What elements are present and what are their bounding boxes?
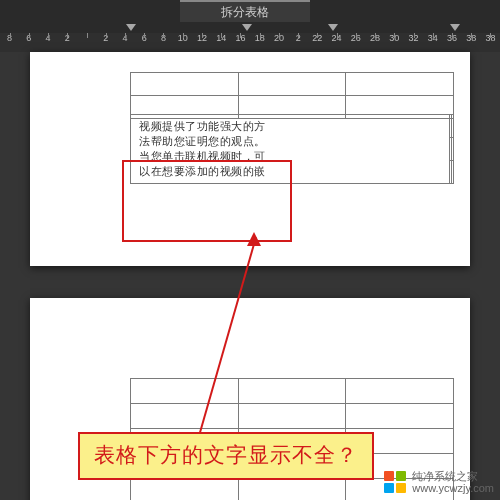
horizontal-ruler[interactable]: 8642246810121416182022224262830323436383…	[0, 33, 500, 52]
ruler-tick: 36	[442, 33, 461, 52]
column-marker[interactable]	[242, 24, 252, 31]
document-canvas[interactable]: 视频提供了功能强大的方法帮助您证明您的观点。当您单击联机视频时，可以在想要添加的…	[0, 52, 500, 500]
annotation-arrow-head	[247, 232, 261, 246]
table-cell[interactable]	[131, 404, 239, 429]
ruler-tick	[77, 33, 96, 52]
ruler-tick: 38	[462, 33, 481, 52]
watermark-name: 纯净系统之家	[412, 470, 494, 482]
truncated-cell-text[interactable]: 视频提供了功能强大的方法帮助您证明您的观点。当您单击联机视频时，可以在想要添加的…	[131, 115, 449, 183]
ruler-tick: 18	[250, 33, 269, 52]
table-row[interactable]	[131, 379, 454, 404]
ruler-tick: 2	[289, 33, 308, 52]
ruler-tick: 38	[481, 33, 500, 52]
ruler-tick: 34	[423, 33, 442, 52]
table-cell[interactable]	[451, 115, 453, 138]
indent-marker-right[interactable]	[450, 24, 460, 31]
table-cell[interactable]	[238, 73, 346, 96]
table-row[interactable]	[131, 73, 454, 96]
table-cell[interactable]	[238, 404, 346, 429]
table-cell[interactable]: 视频提供了功能强大的方法帮助您证明您的观点。当您单击联机视频时，可以在想要添加的…	[131, 115, 450, 184]
table-cell[interactable]	[131, 379, 239, 404]
watermark-logo-icon	[384, 471, 406, 493]
annotation-callout: 表格下方的文字显示不全？	[78, 432, 374, 480]
indent-marker-left[interactable]	[126, 24, 136, 31]
watermark: 纯净系统之家 www.ycwzjy.com	[384, 470, 494, 494]
ruler-tick: 8	[154, 33, 173, 52]
table-cell[interactable]	[238, 479, 346, 501]
table-cell[interactable]	[451, 138, 453, 161]
table-cell[interactable]	[131, 479, 239, 501]
ruler-tick: 2	[96, 33, 115, 52]
table-cell[interactable]	[346, 379, 454, 404]
table-row[interactable]	[131, 404, 454, 429]
ruler-tick: 26	[346, 33, 365, 52]
table-1[interactable]	[130, 72, 454, 119]
ruler-tick: 16	[231, 33, 250, 52]
table-cell[interactable]	[346, 73, 454, 96]
ruler-tick: 2	[58, 33, 77, 52]
watermark-url: www.ycwzjy.com	[412, 482, 494, 494]
ruler-tick: 14	[212, 33, 231, 52]
ruler-tick: 20	[269, 33, 288, 52]
table-row[interactable]: 视频提供了功能强大的方法帮助您证明您的观点。当您单击联机视频时，可以在想要添加的…	[131, 115, 454, 138]
ruler-tick: 6	[19, 33, 38, 52]
table-cell[interactable]	[451, 161, 453, 184]
ruler-tick: 4	[115, 33, 134, 52]
column-marker[interactable]	[328, 24, 338, 31]
ruler-tick: 10	[173, 33, 192, 52]
ruler-tick: 12	[192, 33, 211, 52]
ruler-tick: 32	[404, 33, 423, 52]
ruler-tick: 30	[385, 33, 404, 52]
ruler-tick: 4	[38, 33, 57, 52]
table-2[interactable]: 视频提供了功能强大的方法帮助您证明您的观点。当您单击联机视频时，可以在想要添加的…	[130, 114, 454, 184]
table-cell[interactable]	[131, 73, 239, 96]
ruler-tick: 28	[365, 33, 384, 52]
ruler-tick: 24	[327, 33, 346, 52]
ruler-tick: 8	[0, 33, 19, 52]
context-tab[interactable]: 拆分表格	[180, 0, 310, 22]
table-cell[interactable]	[238, 379, 346, 404]
ruler-tick: 6	[135, 33, 154, 52]
table-cell[interactable]	[346, 404, 454, 429]
ruler-tick: 22	[308, 33, 327, 52]
